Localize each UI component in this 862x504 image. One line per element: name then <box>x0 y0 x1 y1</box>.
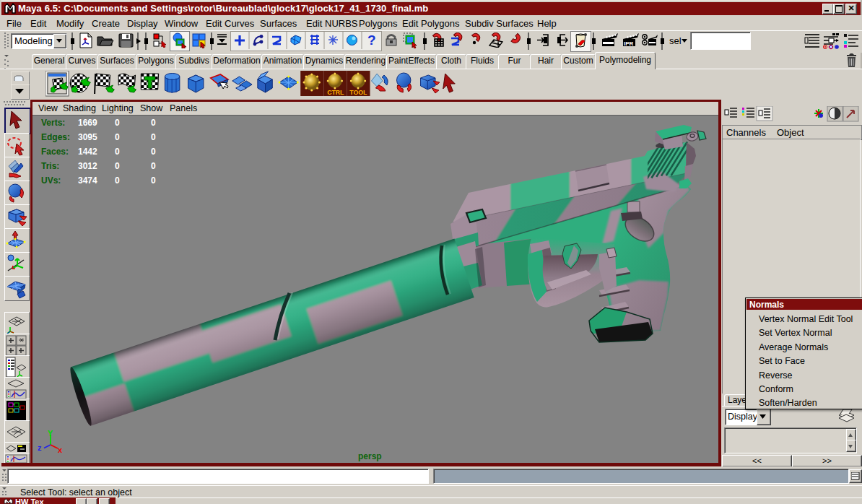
svg-text:TOOL: TOOL <box>349 89 367 96</box>
svg-text:CTRL: CTRL <box>327 89 344 96</box>
svg-text:z: z <box>38 443 42 452</box>
svg-text:?: ? <box>367 32 376 48</box>
svg-text:x: x <box>58 446 63 454</box>
svg-text:Y: Y <box>48 429 53 438</box>
svg-text:IPR: IPR <box>624 40 634 47</box>
